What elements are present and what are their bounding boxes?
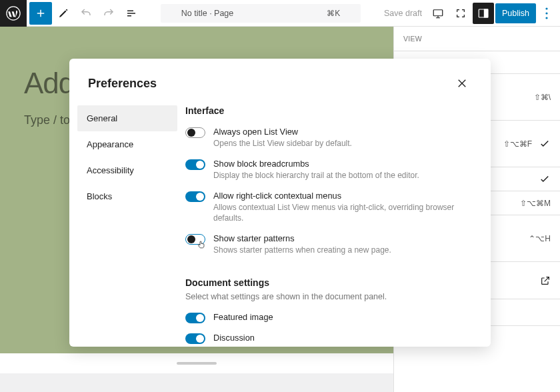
option-label: Show block breadcrumbs bbox=[213, 159, 419, 169]
toggle-list-view[interactable] bbox=[185, 127, 205, 138]
row-shortcut: ⇧⌘\ bbox=[534, 93, 551, 102]
check-icon bbox=[539, 173, 551, 185]
option-discussion: Discussion bbox=[185, 333, 475, 344]
undo-icon[interactable] bbox=[75, 0, 97, 27]
row-shortcut: ⌃⌥H bbox=[529, 234, 551, 243]
section-document-heading: Document settings bbox=[185, 277, 475, 288]
option-desc: Shows starter patterns when creating a n… bbox=[213, 245, 391, 256]
close-icon bbox=[456, 77, 468, 89]
toggle-contextual-menus[interactable] bbox=[185, 191, 205, 202]
option-label: Always open List View bbox=[213, 127, 352, 137]
toggle-featured-image[interactable] bbox=[185, 313, 205, 323]
preferences-tabs: General Appearance Accessibility Blocks bbox=[69, 103, 177, 347]
check-icon bbox=[539, 138, 551, 150]
external-link-icon bbox=[540, 275, 551, 286]
redo-icon[interactable] bbox=[97, 0, 120, 27]
fullscreen-icon[interactable] bbox=[450, 3, 471, 24]
close-button[interactable] bbox=[452, 73, 472, 93]
modal-header: Preferences bbox=[69, 59, 491, 103]
svg-rect-1 bbox=[433, 9, 443, 15]
option-desc: Display the block hierarchy trail at the… bbox=[213, 170, 419, 181]
toggle-starter-patterns[interactable] bbox=[185, 234, 205, 245]
tab-general[interactable]: General bbox=[77, 105, 177, 131]
sidebar-toggle-icon[interactable] bbox=[473, 3, 494, 24]
option-contextual-menus: Allow right-click contextual menus Allow… bbox=[185, 191, 475, 225]
command-shortcut: ⌘K bbox=[327, 9, 340, 18]
tab-blocks[interactable]: Blocks bbox=[77, 183, 177, 209]
svg-rect-3 bbox=[485, 9, 488, 17]
option-featured-image: Featured image bbox=[185, 312, 475, 323]
section-document-sub: Select what settings are shown in the do… bbox=[185, 292, 475, 301]
canvas-footer bbox=[0, 353, 393, 373]
option-desc: Allows contextual List View menus via ri… bbox=[213, 202, 475, 225]
option-list-view: Always open List View Opens the List Vie… bbox=[185, 127, 475, 149]
preview-desktop-icon[interactable] bbox=[427, 3, 449, 24]
preferences-modal: Preferences General Appearance Accessibi… bbox=[69, 59, 491, 347]
option-desc: Opens the List View sidebar by default. bbox=[213, 138, 352, 149]
panel-section-view: VIEW bbox=[394, 27, 560, 51]
document-title-bar[interactable]: No title · Page ⌘K bbox=[161, 4, 361, 23]
option-starter-patterns: Show starter patterns Shows starter patt… bbox=[185, 233, 475, 256]
tab-accessibility[interactable]: Accessibility bbox=[77, 157, 177, 183]
options-menu-icon[interactable] bbox=[537, 3, 556, 24]
wordpress-logo[interactable] bbox=[0, 0, 27, 27]
modal-title: Preferences bbox=[88, 77, 157, 91]
svg-point-4 bbox=[545, 7, 547, 9]
tab-appearance[interactable]: Appearance bbox=[77, 131, 177, 157]
add-block-button[interactable] bbox=[29, 2, 52, 25]
option-label: Show starter patterns bbox=[213, 233, 391, 243]
toggle-discussion[interactable] bbox=[185, 333, 205, 344]
option-label: Featured image bbox=[213, 312, 273, 322]
svg-point-6 bbox=[545, 17, 547, 19]
svg-point-5 bbox=[545, 12, 547, 14]
option-label: Discussion bbox=[213, 333, 255, 343]
toggle-breadcrumbs[interactable] bbox=[185, 159, 205, 170]
row-shortcut: ⇧⌥⌘M bbox=[520, 199, 551, 208]
preferences-content: Interface Always open List View Opens th… bbox=[177, 103, 491, 347]
view-section-label: VIEW bbox=[403, 35, 551, 43]
publish-button[interactable]: Publish bbox=[495, 3, 536, 23]
option-breadcrumbs: Show block breadcrumbs Display the block… bbox=[185, 159, 475, 181]
editor-toolbar: No title · Page ⌘K Save draft Publish bbox=[0, 0, 560, 27]
edit-icon[interactable] bbox=[52, 0, 75, 27]
document-title-text: No title · Page bbox=[181, 9, 234, 18]
option-label: Allow right-click contextual menus bbox=[213, 191, 475, 201]
save-draft-button[interactable]: Save draft bbox=[379, 9, 427, 18]
section-interface-heading: Interface bbox=[185, 105, 475, 116]
row-shortcut: ⇧⌥⌘F bbox=[503, 139, 532, 149]
list-view-icon[interactable] bbox=[120, 0, 143, 27]
